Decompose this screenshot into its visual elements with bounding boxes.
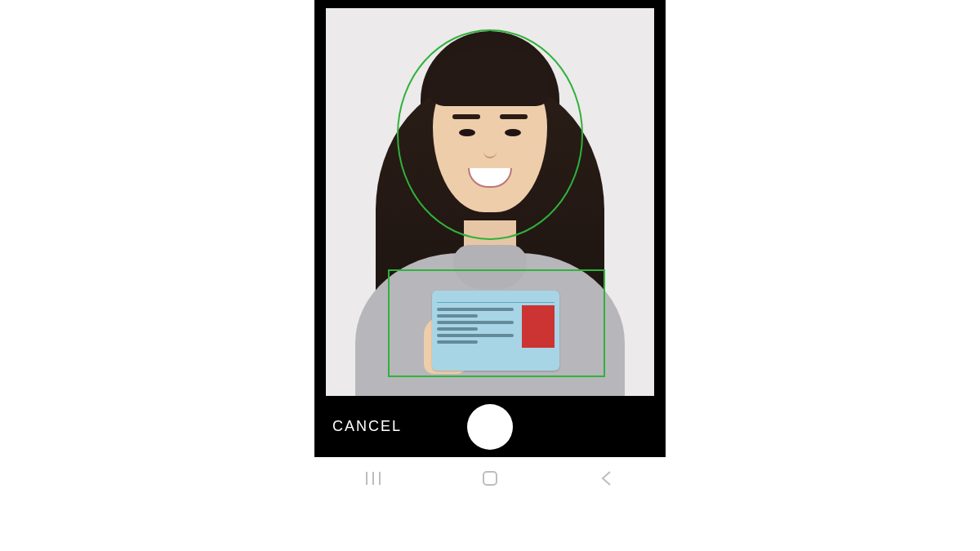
camera-viewfinder <box>326 8 654 396</box>
phone-frame: CANCEL <box>314 0 666 551</box>
camera-capture-screen: CANCEL <box>314 0 666 457</box>
recent-apps-icon <box>364 470 382 487</box>
cancel-button[interactable]: CANCEL <box>332 418 402 435</box>
card-detection-overlay <box>388 269 605 377</box>
android-nav-bar <box>314 457 666 500</box>
svg-rect-3 <box>483 472 497 485</box>
back-icon <box>599 470 614 487</box>
home-button[interactable] <box>464 462 516 495</box>
home-icon <box>481 469 499 487</box>
face-detection-overlay <box>397 29 583 240</box>
shutter-button[interactable] <box>467 404 513 450</box>
camera-controls: CANCEL <box>326 396 654 457</box>
recent-apps-button[interactable] <box>347 462 399 495</box>
back-button[interactable] <box>581 462 633 495</box>
